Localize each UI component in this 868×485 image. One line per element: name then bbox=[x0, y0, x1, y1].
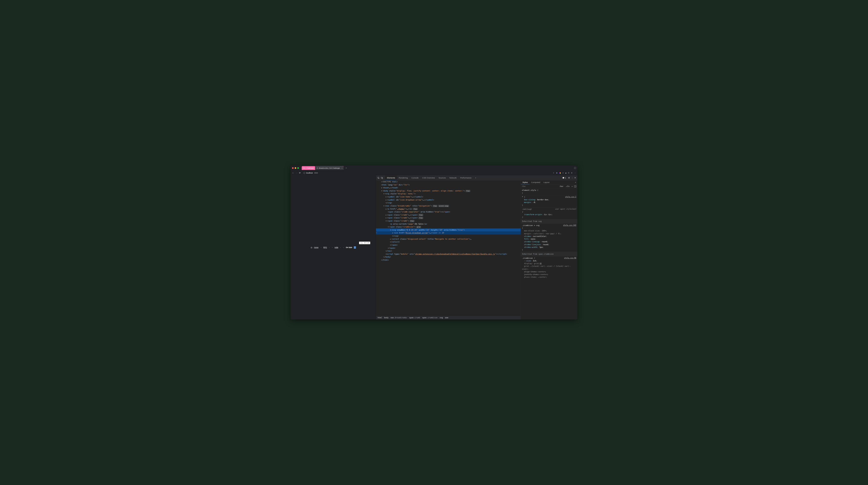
rule-crumbicon: style.css:96 .crumbicon { --size: 3ch; d… bbox=[521, 256, 577, 279]
extensions-icon[interactable]: ✦ bbox=[562, 172, 564, 174]
styles-tabs: Styles Computed Layout » bbox=[521, 180, 577, 184]
new-tab-button[interactable]: ＋ bbox=[345, 167, 347, 169]
bc-html: html bbox=[378, 317, 382, 319]
reading-list-icon[interactable]: ☰ bbox=[568, 172, 569, 174]
devtools: Elements Rendering Console CSS Overview … bbox=[376, 175, 577, 319]
styles-rules[interactable]: element.style { } style.css:1 * { box-si… bbox=[521, 188, 577, 319]
device-toolbar-icon[interactable] bbox=[381, 177, 383, 179]
devtools-tab-css-overview[interactable]: CSS Overview bbox=[421, 176, 437, 180]
profile-button[interactable]: ⋮ bbox=[574, 167, 576, 169]
bc-svg: svg bbox=[439, 317, 443, 319]
maximize-window-button[interactable] bbox=[298, 167, 299, 169]
url-host: localhost bbox=[306, 172, 313, 174]
rule-element-style: element.style { } bbox=[521, 188, 577, 195]
styles-tab-layout[interactable]: Layout bbox=[542, 180, 551, 184]
chevron-down-icon[interactable]: ⌄ bbox=[329, 247, 330, 248]
crumb-home[interactable]: Home bbox=[314, 247, 318, 249]
menu-icon[interactable]: ⋮ bbox=[574, 172, 576, 174]
settings-gear-icon[interactable]: ⚙ bbox=[568, 177, 570, 179]
bookmark-star-icon[interactable]: ★ bbox=[556, 172, 558, 174]
chevron-down-icon[interactable]: ⌄ bbox=[340, 247, 341, 248]
crumb-indie[interactable]: Indie bbox=[335, 247, 338, 249]
tooltip-dimensions: 24 × 24 bbox=[364, 242, 369, 244]
devtools-tab-console[interactable]: Console bbox=[409, 176, 421, 180]
devtools-tab-elements[interactable]: Elements bbox=[385, 176, 397, 180]
devtools-tab-rendering[interactable]: Rendering bbox=[397, 176, 410, 180]
extension-icon-1[interactable] bbox=[559, 172, 561, 174]
inherited-from-svg: Inherited from svg bbox=[521, 219, 577, 223]
toolbar-icons: ⇧ ★ ✦ ◆ ☰ 🎙 ⋮ bbox=[553, 172, 576, 174]
separator-icon: → bbox=[343, 247, 344, 249]
chevron-down-icon-selected[interactable]: ⌄ bbox=[354, 246, 356, 249]
devtools-tab-sources[interactable]: Sources bbox=[437, 176, 447, 180]
crumb-on-sale: On Sale bbox=[346, 247, 352, 249]
styles-panel: Styles Computed Layout » :hov .cls ＋ bbox=[521, 180, 577, 319]
breadcrumbs: Home → RPG ⌄ → Indie ⌄ → On Sale ⌄ bbox=[311, 246, 356, 249]
omnibox[interactable]: i localhost:3000 bbox=[302, 171, 552, 175]
back-button[interactable]: ← bbox=[292, 172, 294, 174]
styles-filter-bar: :hov .cls ＋ bbox=[521, 184, 577, 188]
devtools-close-icon[interactable]: ✕ bbox=[574, 177, 576, 179]
separator-icon: → bbox=[320, 247, 321, 249]
tab-label: Breadcrumbs | GUI Challenges bbox=[319, 167, 340, 169]
home-icon bbox=[311, 247, 312, 248]
ua-label: user agent stylesheet bbox=[555, 208, 576, 210]
bc-span-crumb: span.crumb bbox=[409, 317, 420, 319]
tab-breadcrumbs[interactable]: Breadcrumbs | GUI Challenges ✕ bbox=[315, 166, 344, 170]
close-tab-icon[interactable]: ✕ bbox=[341, 167, 343, 169]
site-info-icon[interactable]: i bbox=[303, 172, 305, 174]
bc-span-crumbicon: span.crumbicon bbox=[422, 317, 437, 319]
nav-arrows: ← → bbox=[292, 172, 298, 174]
close-window-button[interactable] bbox=[292, 167, 293, 169]
reload-button[interactable]: ⟳ bbox=[299, 172, 301, 174]
rule-crumbicon-svg: style.css:142 .crumbicon > svg { max-blo… bbox=[521, 224, 577, 252]
address-bar: ← → ⟳ i localhost:3000 ⇧ ★ ✦ ◆ ☰ 🎙 ⋮ bbox=[291, 170, 577, 175]
bc-body: body bbox=[384, 317, 388, 319]
devtools-menu-icon[interactable]: ⋮ bbox=[571, 177, 573, 179]
minimize-window-button[interactable] bbox=[295, 167, 296, 169]
styles-filter-input[interactable] bbox=[522, 186, 557, 188]
devtools-tab-more[interactable]: » bbox=[473, 176, 478, 180]
cls-toggle[interactable]: .cls bbox=[565, 185, 570, 188]
computed-panel-toggle-icon[interactable] bbox=[574, 186, 576, 187]
extension-icon-3[interactable]: 🎙 bbox=[571, 172, 572, 174]
forward-button[interactable]: → bbox=[296, 172, 298, 174]
devtools-tab-performance[interactable]: Performance bbox=[459, 176, 473, 180]
devtools-tabs: Elements Rendering Console CSS Overview … bbox=[385, 176, 561, 180]
new-style-rule-icon[interactable]: ＋ bbox=[571, 185, 573, 188]
titlebar: GUI Challenges Breadcrumbs | GUI Challen… bbox=[291, 166, 577, 170]
elements-panel: <!DOCTYPE html> <html lang="en" dir="ltr… bbox=[376, 180, 521, 319]
issue-icon: 💬 bbox=[562, 177, 564, 179]
tab-gui-challenges[interactable]: GUI Challenges bbox=[302, 166, 315, 170]
rule-source-link[interactable]: style.css:142 bbox=[563, 224, 576, 226]
devtools-toolbar: Elements Rendering Console CSS Overview … bbox=[376, 176, 577, 180]
styles-tab-styles[interactable]: Styles bbox=[521, 180, 529, 184]
crumb-rpg[interactable]: RPG bbox=[323, 247, 327, 249]
share-icon[interactable]: ⇧ bbox=[553, 172, 554, 174]
extension-icon-2[interactable]: ◆ bbox=[565, 172, 566, 174]
rule-source-link[interactable]: style.css:1 bbox=[565, 196, 576, 198]
rule-source-link[interactable]: style.css:96 bbox=[564, 257, 576, 259]
devtools-body: <!DOCTYPE html> <html lang="en" dir="ltr… bbox=[376, 180, 577, 319]
tab-strip: GUI Challenges Breadcrumbs | GUI Challen… bbox=[302, 166, 574, 170]
grid-badge-icon[interactable] bbox=[540, 263, 541, 264]
url-port: :3000 bbox=[314, 172, 318, 174]
styles-tab-computed[interactable]: Computed bbox=[529, 180, 542, 184]
globe-icon bbox=[316, 167, 318, 169]
tab-label: GUI Challenges bbox=[303, 167, 314, 169]
inherited-from-crumbicon: Inherited from span.crumbicon bbox=[521, 252, 577, 256]
dom-breadcrumb-path[interactable]: html body nav.breadcrumbs span.crumb spa… bbox=[376, 316, 521, 319]
page-viewport: svg 24 × 24 Home → RPG ⌄ → Indie ⌄ → On … bbox=[291, 175, 376, 319]
styles-more-icon[interactable]: » bbox=[575, 181, 577, 183]
bc-nav: nav.breadcrumbs bbox=[391, 317, 407, 319]
separator-icon: → bbox=[331, 247, 333, 249]
inspect-element-icon[interactable] bbox=[377, 177, 379, 179]
devtools-tab-network[interactable]: Network bbox=[447, 176, 459, 180]
devtools-right: 💬 1 ⚙ ⋮ ✕ bbox=[561, 177, 576, 179]
inspect-tooltip: svg 24 × 24 bbox=[359, 242, 370, 244]
issues-badge[interactable]: 💬 1 bbox=[561, 177, 567, 179]
dom-tree[interactable]: <!DOCTYPE html> <html lang="en" dir="ltr… bbox=[376, 180, 521, 316]
browser-window: GUI Challenges Breadcrumbs | GUI Challen… bbox=[291, 166, 577, 319]
rule-not-svg: user agent stylesheet :not(svg) { transf… bbox=[521, 207, 577, 219]
pseudo-hov-toggle[interactable]: :hov bbox=[559, 185, 564, 188]
